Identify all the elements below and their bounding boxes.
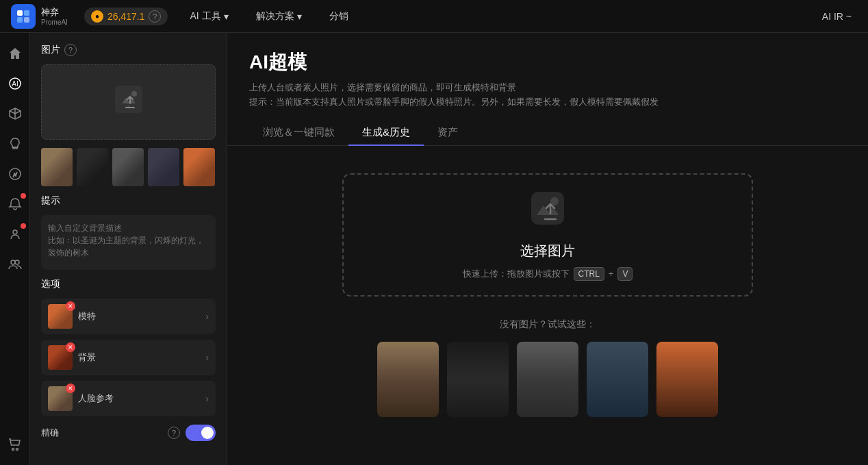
drop-title: 选择图片: [520, 242, 575, 260]
drop-hint: 快速上传：拖放图片或按下 CTRL + V: [463, 267, 633, 281]
shop-icon-btn[interactable]: [3, 432, 27, 457]
top-nav: 神弃 PromeAI ● 26,417.1 ? AI 工具 ▾ 解决方案 ▾ 分…: [0, 0, 868, 33]
no-image-hint: 没有图片？试试这些：: [500, 318, 596, 331]
nav-solutions-arrow: ▾: [297, 11, 302, 22]
svg-rect-2: [17, 17, 23, 23]
drop-hint-text: 快速上传：拖放图片或按下: [463, 268, 570, 280]
sample-card-3[interactable]: [517, 342, 578, 417]
page-desc-2: 提示：当前版本支持真人照片或带脸手脚的假人模特照片。另外，如果需要长发，假人模特…: [249, 95, 846, 110]
user-badge: [21, 223, 26, 229]
sample-img-4[interactable]: [148, 148, 179, 186]
plus-sign: +: [609, 268, 614, 279]
sample-img-2[interactable]: [77, 148, 108, 186]
accuracy-toggle[interactable]: [186, 425, 216, 441]
sample-img-3[interactable]: [112, 148, 144, 186]
svg-point-13: [131, 91, 137, 97]
option-face-row[interactable]: ✕ 人脸参考 ›: [41, 381, 216, 416]
toggle-knob: [201, 427, 214, 439]
svg-text:+: +: [127, 104, 130, 110]
sample-cards-row: [377, 342, 718, 417]
option-model-thumb: ✕: [48, 304, 73, 329]
options-section: ✕ 模特 › ✕ 背景 › ✕ 人脸参考 › 精确: [41, 299, 216, 444]
option-bg-label: 背景: [78, 351, 200, 364]
nav-ai-ir[interactable]: AI IR ~: [817, 8, 857, 25]
hint-section-title: 提示: [41, 194, 216, 207]
main-layout: AI: [0, 33, 868, 465]
nav-solutions[interactable]: 解决方案 ▾: [251, 8, 307, 25]
user-icon-btn[interactable]: [3, 222, 27, 247]
option-bg-row[interactable]: ✕ 背景 ›: [41, 340, 216, 375]
bell-icon-btn[interactable]: [3, 192, 27, 216]
nav-ai-ir-label: AI IR ~: [822, 11, 852, 22]
sample-card-2[interactable]: [447, 342, 509, 417]
sample-images-row: [41, 148, 216, 186]
sample-img-5[interactable]: [183, 148, 215, 186]
coin-value: 26,417.1: [107, 11, 145, 22]
option-face-label: 人脸参考: [78, 392, 200, 405]
svg-text:AI: AI: [12, 80, 18, 88]
coin-icon: ●: [91, 10, 103, 23]
image-section-title: 图片 ?: [41, 44, 216, 56]
option-face-remove[interactable]: ✕: [66, 384, 75, 393]
app-name: 神弃: [41, 6, 68, 18]
option-bg-remove[interactable]: ✕: [66, 342, 75, 352]
option-bg-thumb: ✕: [48, 345, 73, 370]
svg-point-9: [15, 260, 19, 264]
option-bg-arrow: ›: [205, 352, 209, 363]
logo[interactable]: 神弃 PromeAI: [11, 4, 68, 29]
kbd-ctrl: CTRL: [574, 267, 604, 281]
bulb-icon-btn[interactable]: [3, 131, 27, 156]
icon-bar: AI: [0, 33, 30, 465]
svg-point-10: [12, 449, 14, 451]
main-upload-area[interactable]: +: [41, 64, 216, 140]
option-model-remove[interactable]: ✕: [66, 301, 75, 311]
nav-ai-tools-arrow: ▾: [224, 11, 229, 22]
nav-distribution-label: 分销: [329, 10, 348, 23]
sample-card-4[interactable]: [587, 342, 648, 417]
svg-point-7: [13, 230, 17, 234]
svg-rect-0: [17, 10, 23, 16]
image-help-icon[interactable]: ?: [64, 44, 77, 56]
compass-icon-btn[interactable]: [3, 162, 27, 186]
option-model-arrow: ›: [205, 311, 209, 322]
content-area: AI超模 上传人台或者素人照片，选择需要保留的商品，即可生成模特和背景 提示：当…: [227, 33, 868, 465]
cube-icon-btn[interactable]: [3, 101, 27, 126]
coin-help-icon[interactable]: ?: [149, 10, 161, 23]
accuracy-help-icon[interactable]: ?: [168, 427, 180, 439]
hint-textarea[interactable]: [41, 215, 216, 270]
option-model-row[interactable]: ✕ 模特 ›: [41, 299, 216, 334]
sample-img-1[interactable]: [41, 148, 73, 186]
coin-badge[interactable]: ● 26,417.1 ?: [84, 8, 168, 25]
tab-browse[interactable]: 浏览＆一键同款: [249, 121, 348, 146]
svg-point-11: [16, 449, 18, 451]
tabs: 浏览＆一键同款 生成&历史 资产: [227, 110, 868, 146]
upload-zone: 选择图片 快速上传：拖放图片或按下 CTRL + V 没有图片？试试这些：: [227, 146, 868, 465]
ai-icon-btn[interactable]: AI: [3, 71, 27, 96]
svg-rect-3: [24, 17, 29, 23]
kbd-v: V: [617, 267, 633, 281]
app-subname: PromeAI: [41, 18, 68, 26]
sidebar: 图片 ? + 提示 选: [30, 33, 227, 465]
drop-icon: [528, 189, 567, 235]
logo-icon: [11, 4, 36, 29]
upload-icon: +: [112, 83, 145, 122]
sample-card-5[interactable]: [656, 342, 718, 417]
option-face-arrow: ›: [205, 393, 209, 404]
bell-badge: [21, 193, 26, 199]
home-icon-btn[interactable]: [3, 41, 27, 66]
options-section-title: 选项: [41, 278, 216, 290]
tab-assets[interactable]: 资产: [424, 121, 472, 146]
drop-area[interactable]: 选择图片 快速上传：拖放图片或按下 CTRL + V: [342, 173, 753, 297]
option-face-thumb: ✕: [48, 386, 73, 411]
nav-ai-tools-label: AI 工具: [190, 10, 220, 23]
logo-text-block: 神弃 PromeAI: [41, 6, 68, 26]
page-header: AI超模 上传人台或者素人照片，选择需要保留的商品，即可生成模特和背景 提示：当…: [227, 33, 868, 110]
team-icon-btn[interactable]: [3, 252, 27, 277]
tab-generate[interactable]: 生成&历史: [348, 121, 424, 146]
page-desc-1: 上传人台或者素人照片，选择需要保留的商品，即可生成模特和背景: [249, 81, 846, 95]
option-model-label: 模特: [78, 310, 200, 323]
accuracy-row: 精确 ?: [41, 422, 216, 444]
sample-card-1[interactable]: [377, 342, 439, 417]
nav-ai-tools[interactable]: AI 工具 ▾: [184, 8, 233, 25]
nav-distribution[interactable]: 分销: [324, 8, 354, 25]
